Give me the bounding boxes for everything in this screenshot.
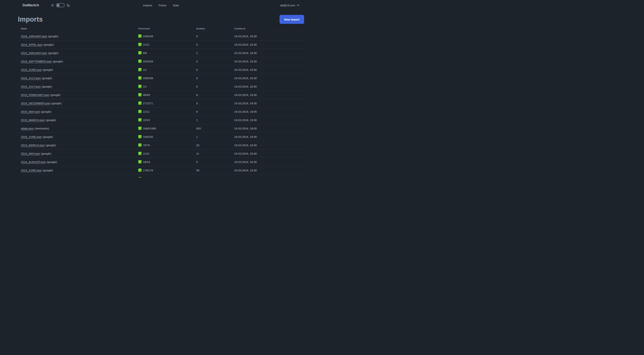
import-file-link[interactable]: 2013_JUNE.json bbox=[21, 169, 42, 172]
import-file-link[interactable]: 2015_MARCH.json bbox=[21, 118, 45, 122]
processed-count: 48/48 bbox=[143, 93, 150, 96]
main-nav: Imports Points Stats bbox=[143, 4, 179, 7]
import-source: (google) bbox=[43, 68, 53, 71]
import-file-link[interactable]: 2013_MARCH.json bbox=[21, 144, 45, 147]
processed-count: 1/1 bbox=[143, 68, 147, 71]
table-row: 2015_APRIL.json(google) ✓ 11/11 0 24.03.… bbox=[18, 40, 304, 49]
import-file-link[interactable]: 2014_AUGUST.json bbox=[21, 160, 46, 164]
name-cell: 2015_JUNE.json(google) bbox=[18, 68, 135, 71]
import-file-link[interactable]: 2018_JULY.json bbox=[21, 76, 41, 80]
import-file-link[interactable]: 2018_JANUARY.json bbox=[21, 35, 47, 38]
import-file-link[interactable]: 2015_APRIL.json bbox=[21, 43, 43, 46]
processed-cell: ✓ 249/249 bbox=[135, 34, 193, 38]
created-at: 24.03.2024, 18:30 bbox=[231, 35, 304, 38]
import-file-link[interactable]: 2015_JANUARY.json bbox=[21, 51, 47, 54]
processed-cell: ✓ 11/11 bbox=[135, 152, 193, 155]
page-title: Imports bbox=[18, 15, 43, 23]
processed-cell: ✓ 1/1 bbox=[135, 68, 193, 71]
import-file-link[interactable]: 2019_DECEMBER.json bbox=[21, 102, 50, 105]
column-header-processed: Processed bbox=[135, 27, 193, 30]
import-file-link[interactable]: 2015_JULY.json bbox=[21, 85, 41, 88]
theme-toggle bbox=[51, 3, 70, 7]
processed-cell: ✓ 8/8 bbox=[135, 51, 193, 54]
import-source: (google) bbox=[50, 93, 60, 96]
table-row: 2015_MAY.json(google) ✓ 11/11 0 24.03.20… bbox=[18, 107, 304, 116]
doubles-count: 820 bbox=[193, 127, 231, 130]
table-row: 2015_JUNE.json(google) ✓ 1/1 0 24.03.202… bbox=[18, 65, 304, 74]
nav-imports[interactable]: Imports bbox=[143, 4, 152, 7]
account-email: ab@cd.com bbox=[280, 4, 295, 7]
success-check-icon: ✓ bbox=[138, 34, 142, 38]
table-row: 2015_MARCH.json(google) ✓ 15/15 1 24.03.… bbox=[18, 116, 304, 124]
table-row: 2013_JUNE.json(google) ✓ 178/178 59 24.0… bbox=[18, 166, 304, 175]
processed-cell: ✓ 1665/1665 bbox=[135, 127, 193, 130]
table-row: 2014_AUGUST.json(google) ✓ 18/18 0 24.03… bbox=[18, 158, 304, 166]
table-row: 2015_MAY.json(google) ✓ 11/11 11 24.03.2… bbox=[18, 149, 304, 158]
import-source: (google) bbox=[43, 169, 53, 172]
table-header-row: Name Processed Doubles Created at bbox=[18, 25, 304, 32]
new-import-button[interactable]: New import bbox=[280, 15, 304, 24]
import-source: (google) bbox=[42, 85, 52, 88]
nav-stats[interactable]: Stats bbox=[173, 4, 179, 7]
created-at: 24.03.2024, 18:30 bbox=[231, 93, 304, 96]
import-file-link[interactable]: 2015_MAY.json bbox=[21, 110, 40, 113]
success-check-icon: ✓ bbox=[138, 143, 142, 147]
chevron-down-icon bbox=[297, 4, 300, 6]
doubles-count: 11 bbox=[193, 152, 231, 155]
processed-count: 11/11 bbox=[143, 43, 150, 46]
table-row: 2019_DECEMBER.json(google) ✓ 271/271 0 2… bbox=[18, 99, 304, 107]
success-check-icon: ✓ bbox=[138, 60, 142, 63]
doubles-count: 2 bbox=[193, 51, 231, 54]
app-logo[interactable]: DaWarIch bbox=[22, 3, 39, 7]
created-at: 24.03.2024, 18:30 bbox=[231, 169, 304, 172]
import-source: (google) bbox=[42, 76, 52, 80]
processed-count: 271/271 bbox=[143, 102, 153, 105]
success-check-icon: ✓ bbox=[138, 160, 142, 164]
success-check-icon: ✓ bbox=[138, 101, 142, 105]
success-check-icon: ✓ bbox=[138, 110, 142, 113]
processed-count: 178/178 bbox=[143, 169, 153, 172]
created-at: 24.03.2024, 18:30 bbox=[231, 76, 304, 80]
created-at: 24.03.2024, 18:30 bbox=[231, 60, 304, 63]
doubles-count: 0 bbox=[193, 110, 231, 113]
doubles-count: 0 bbox=[193, 160, 231, 164]
column-header-created-at: Created at bbox=[231, 27, 304, 30]
processed-cell: ✓ 11/11 bbox=[135, 110, 193, 113]
name-cell: 2015_JANUARY.json(google) bbox=[18, 51, 135, 54]
table-row: 2018_JULY.json(google) ✓ 339/339 0 24.03… bbox=[18, 74, 304, 82]
success-check-icon: ✓ bbox=[138, 68, 142, 71]
table-row: 2015_JULY.json(google) ✓ 1/1 0 24.03.202… bbox=[18, 82, 304, 91]
table-row: 2018_JUNE.json(google) ✓ 235/235 1 24.03… bbox=[18, 133, 304, 141]
import-file-link[interactable]: 2018_JUNE.json bbox=[21, 135, 42, 138]
table-row: 2013_MARCH.json(google) ✓ 75/75 20 24.03… bbox=[18, 141, 304, 149]
success-check-icon: ✓ bbox=[138, 43, 142, 46]
processed-cell: ✓ 48/48 bbox=[135, 93, 193, 96]
import-file-link[interactable]: 2019_SEPTEMBER.json bbox=[21, 60, 52, 63]
import-source: (google) bbox=[46, 118, 56, 122]
processed-count: 329/329 bbox=[143, 60, 153, 63]
table-row: odata.json(owntracks) ✓ 1665/1665 820 24… bbox=[18, 124, 304, 133]
import-file-link[interactable]: 2015_JUNE.json bbox=[21, 68, 42, 71]
import-source: (google) bbox=[47, 160, 57, 164]
processed-count: 11/11 bbox=[143, 110, 150, 113]
name-cell: 2015_JULY.json(google) bbox=[18, 85, 135, 88]
processed-count: 1665/1665 bbox=[143, 127, 156, 130]
theme-toggle-switch[interactable] bbox=[56, 3, 65, 7]
doubles-count: 0 bbox=[193, 85, 231, 88]
created-at: 24.03.2024, 18:30 bbox=[231, 51, 304, 54]
doubles-count: 20 bbox=[193, 144, 231, 147]
account-menu[interactable]: ab@cd.com bbox=[280, 4, 300, 7]
import-source: (google) bbox=[41, 152, 51, 155]
created-at: 24.03.2024, 18:30 bbox=[231, 118, 304, 122]
import-source: (google) bbox=[51, 102, 62, 105]
name-cell bbox=[18, 177, 135, 177]
processed-cell: ✓ 329/329 bbox=[135, 60, 193, 63]
nav-points[interactable]: Points bbox=[158, 4, 166, 7]
processed-count: 18/18 bbox=[143, 160, 150, 164]
processed-cell: ✓ 75/75 bbox=[135, 143, 193, 147]
import-file-link[interactable]: 2015_MAY.json bbox=[21, 152, 40, 155]
import-file-link[interactable]: 2015_FEBRUARY.json bbox=[21, 93, 50, 96]
name-cell: 2018_JANUARY.json(google) bbox=[18, 35, 135, 38]
processed-count: 339/339 bbox=[143, 76, 153, 80]
import-file-link[interactable]: odata.json bbox=[21, 127, 34, 130]
